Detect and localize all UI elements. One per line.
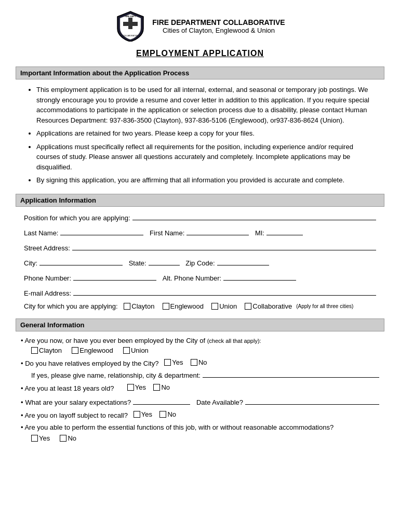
- employed-englewood-checkbox[interactable]: [72, 347, 78, 354]
- relatives-yes-checkbox[interactable]: [164, 359, 171, 366]
- phone-field[interactable]: [73, 272, 156, 281]
- age-label: Are you at least 18 years old?: [24, 384, 114, 392]
- essential-yes-checkbox[interactable]: [31, 435, 38, 442]
- age-no-label: No: [161, 383, 170, 391]
- fire-dept-logo: FIRE DEPT COLLABORATIVE: [115, 10, 146, 42]
- collaborative-note: (Apply for all three cities): [296, 303, 353, 309]
- important-bullets: This employment application is to be use…: [24, 85, 376, 185]
- age-no-item: No: [153, 383, 170, 391]
- name-row: Last Name: First Name: MI:: [24, 227, 376, 237]
- mi-label: MI:: [255, 229, 264, 237]
- alt-phone-label: Alt. Phone Number:: [163, 274, 221, 282]
- clayton-checkbox[interactable]: [124, 303, 130, 310]
- page-header: FIRE DEPT COLLABORATIVE FIRE DEPARTMENT …: [16, 10, 384, 42]
- mi-field[interactable]: [266, 227, 303, 235]
- relatives-label: Do you have relatives employed by the Ci…: [25, 360, 158, 367]
- employed-label: Are you now, or have you ever been emplo…: [24, 337, 205, 344]
- bullet-salary: •: [21, 398, 23, 406]
- salary-row: • What are your salary expectations? Dat…: [21, 396, 379, 406]
- employed-cities-checkboxes: Clayton Englewood Union: [31, 347, 379, 354]
- collaborative-checkbox[interactable]: [245, 303, 251, 310]
- date-field[interactable]: [245, 396, 379, 405]
- age-yes-checkbox[interactable]: [127, 384, 134, 391]
- city-applying-row: City for which you are applying: Clayton…: [24, 302, 376, 310]
- collaborative-label: Collaborative: [252, 302, 292, 310]
- essential-no-label: No: [68, 434, 76, 442]
- city-state-zip-row: City: State: Zip Code:: [24, 257, 376, 267]
- employed-row: • Are you now, or have you ever been emp…: [21, 337, 379, 344]
- phone-row: Phone Number: Alt. Phone Number:: [24, 272, 376, 282]
- bullet-2: Applications are retained for two years.…: [36, 128, 376, 139]
- checkbox-item-collaborative: Collaborative: [245, 302, 292, 310]
- state-label: State:: [129, 259, 146, 267]
- employed-clayton-label: Clayton: [39, 347, 62, 354]
- page-title: EMPLOYMENT APPLICATION: [16, 49, 384, 58]
- email-field[interactable]: [73, 287, 376, 296]
- salary-label: What are your salary expectations?: [25, 398, 131, 406]
- relatives-detail-row: If yes, please give name, relationship, …: [31, 369, 379, 379]
- cities-line: Cities of Clayton, Englewood & Union: [152, 26, 285, 34]
- essential-yes-label: Yes: [39, 434, 50, 442]
- important-information-section: Important Information about the Applicat…: [16, 66, 384, 185]
- last-name-field[interactable]: [60, 227, 143, 235]
- state-field[interactable]: [149, 257, 180, 265]
- alt-phone-field[interactable]: [223, 272, 296, 281]
- essential-row: • Are you able to perform the essential …: [21, 423, 379, 431]
- englewood-label: Englewood: [170, 302, 204, 310]
- age-yes-item: Yes: [127, 383, 146, 391]
- relatives-detail-field[interactable]: [203, 369, 379, 378]
- salary-field[interactable]: [133, 396, 190, 405]
- employed-clayton-item: Clayton: [31, 347, 62, 354]
- first-name-label: First Name:: [150, 229, 184, 237]
- employed-englewood-label: Englewood: [79, 347, 113, 354]
- checkbox-item-union: Union: [211, 302, 237, 310]
- employed-note: (check all that apply):: [207, 338, 261, 344]
- layoff-no-checkbox[interactable]: [159, 411, 166, 418]
- dept-name: FIRE DEPARTMENT COLLABORATIVE: [152, 18, 285, 26]
- zip-label: Zip Code:: [185, 259, 215, 267]
- street-row: Street Address:: [24, 242, 376, 252]
- relatives-no-item: No: [191, 358, 207, 366]
- bullet-3: Applications must specifically reflect a…: [36, 142, 376, 172]
- employed-union-label: Union: [131, 347, 149, 354]
- layoff-label: Are you on layoff subject to recall?: [24, 411, 128, 419]
- street-field[interactable]: [72, 242, 376, 250]
- first-name-field[interactable]: [186, 227, 249, 235]
- employed-clayton-checkbox[interactable]: [31, 347, 38, 354]
- employed-union-checkbox[interactable]: [123, 347, 130, 354]
- position-field[interactable]: [132, 212, 376, 220]
- general-section-header: General Information: [16, 318, 384, 331]
- union-label: Union: [219, 302, 237, 310]
- relatives-no-checkbox[interactable]: [191, 359, 197, 366]
- relatives-row: • Do you have relatives employed by the …: [21, 358, 379, 367]
- application-information-section: Application Information Position for whi…: [16, 194, 384, 310]
- application-section-body: Position for which you are applying: Las…: [16, 212, 384, 310]
- relatives-yes-item: Yes: [164, 358, 183, 366]
- position-label: Position for which you are applying:: [24, 214, 130, 222]
- svg-rect-1: [123, 22, 138, 26]
- layoff-yes-checkbox[interactable]: [134, 411, 140, 418]
- last-name-label: Last Name:: [24, 229, 58, 237]
- city-label: City:: [24, 259, 37, 267]
- essential-label: Are you able to perform the essential fu…: [24, 423, 334, 431]
- email-row: E-mail Address:: [24, 287, 376, 297]
- email-label: E-mail Address:: [24, 289, 71, 297]
- zip-field[interactable]: [217, 257, 269, 265]
- age-no-checkbox[interactable]: [153, 384, 160, 391]
- bullet-relatives: •: [21, 360, 25, 367]
- englewood-checkbox[interactable]: [163, 303, 169, 310]
- layoff-row: • Are you on layoff subject to recall? Y…: [21, 410, 379, 419]
- union-checkbox[interactable]: [211, 303, 218, 310]
- general-information-section: General Information • Are you now, or ha…: [16, 318, 384, 442]
- city-field[interactable]: [39, 257, 123, 265]
- relatives-yes-label: Yes: [172, 358, 183, 366]
- essential-yes-item: Yes: [31, 434, 50, 442]
- header-text-block: FIRE DEPARTMENT COLLABORATIVE Cities of …: [152, 18, 285, 34]
- application-section-header: Application Information: [16, 194, 384, 207]
- general-section-body: • Are you now, or have you ever been emp…: [16, 337, 384, 442]
- layoff-yes-item: Yes: [134, 410, 152, 418]
- layoff-no-label: No: [167, 410, 176, 418]
- bullet-4: By signing this application, you are aff…: [36, 175, 376, 185]
- essential-no-checkbox[interactable]: [60, 435, 66, 442]
- date-label: Date Available?: [196, 398, 243, 406]
